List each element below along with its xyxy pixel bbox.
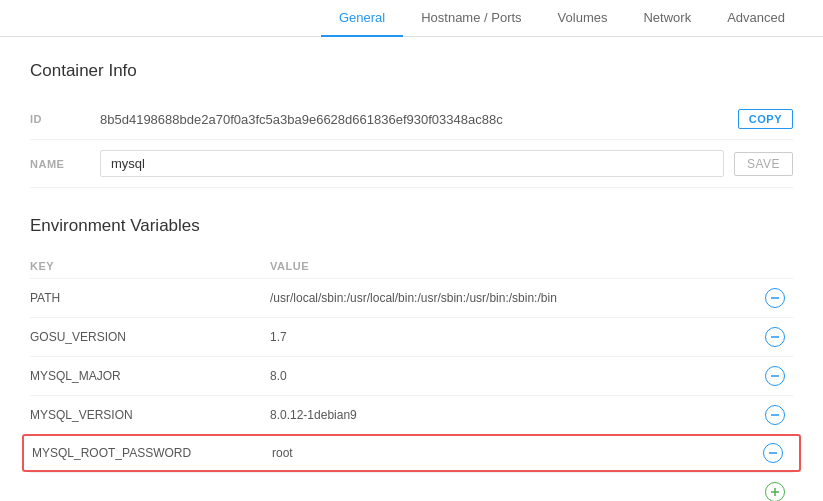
env-action-mysql-root-password — [755, 443, 791, 463]
tab-network[interactable]: Network — [625, 0, 709, 37]
env-key-mysql-version: MYSQL_VERSION — [30, 408, 270, 422]
tab-general[interactable]: General — [321, 0, 403, 37]
remove-mysql-major-button[interactable] — [765, 366, 785, 386]
name-input[interactable] — [100, 150, 724, 177]
env-action-gosu — [757, 327, 793, 347]
tabs-bar: General Hostname / Ports Volumes Network… — [0, 0, 823, 37]
remove-mysql-root-password-button[interactable] — [763, 443, 783, 463]
id-value: 8b5d4198688bde2a70f0a3fc5a3ba9e6628d6618… — [100, 112, 738, 127]
env-action-mysql-major — [757, 366, 793, 386]
add-env-button[interactable] — [765, 482, 785, 501]
env-row-gosu: GOSU_VERSION 1.7 — [30, 317, 793, 356]
env-table: KEY VALUE PATH /usr/local/sbin:/usr/loca… — [30, 254, 793, 501]
env-key-mysql-root-password: MYSQL_ROOT_PASSWORD — [32, 446, 272, 460]
copy-button[interactable]: COPY — [738, 109, 793, 129]
env-row-path: PATH /usr/local/sbin:/usr/local/bin:/usr… — [30, 278, 793, 317]
id-row: ID 8b5d4198688bde2a70f0a3fc5a3ba9e6628d6… — [30, 99, 793, 140]
tab-volumes[interactable]: Volumes — [540, 0, 626, 37]
save-button[interactable]: SAVE — [734, 152, 793, 176]
env-row-mysql-root-password: MYSQL_ROOT_PASSWORD root — [22, 434, 801, 472]
id-label: ID — [30, 113, 100, 125]
env-table-header: KEY VALUE — [30, 254, 793, 278]
env-key-header: KEY — [30, 260, 270, 272]
env-row-mysql-version: MYSQL_VERSION 8.0.12-1debian9 — [30, 395, 793, 434]
env-value-header: VALUE — [270, 260, 793, 272]
env-add-row — [30, 472, 793, 501]
env-title: Environment Variables — [30, 216, 793, 236]
env-key-mysql-major: MYSQL_MAJOR — [30, 369, 270, 383]
remove-mysql-version-button[interactable] — [765, 405, 785, 425]
env-key-path: PATH — [30, 291, 270, 305]
name-row: NAME SAVE — [30, 140, 793, 188]
env-value-mysql-version: 8.0.12-1debian9 — [270, 408, 757, 422]
main-content: Container Info ID 8b5d4198688bde2a70f0a3… — [0, 37, 823, 501]
tab-hostname-ports[interactable]: Hostname / Ports — [403, 0, 539, 37]
env-section: Environment Variables KEY VALUE PATH /us… — [30, 216, 793, 501]
container-info-title: Container Info — [30, 61, 793, 81]
env-action-path — [757, 288, 793, 308]
name-label: NAME — [30, 158, 100, 170]
env-row-mysql-major: MYSQL_MAJOR 8.0 — [30, 356, 793, 395]
tab-advanced[interactable]: Advanced — [709, 0, 803, 37]
env-value-gosu: 1.7 — [270, 330, 757, 344]
env-value-path: /usr/local/sbin:/usr/local/bin:/usr/sbin… — [270, 291, 757, 305]
remove-path-button[interactable] — [765, 288, 785, 308]
env-value-mysql-root-password: root — [272, 446, 755, 460]
remove-gosu-button[interactable] — [765, 327, 785, 347]
env-key-gosu: GOSU_VERSION — [30, 330, 270, 344]
env-action-mysql-version — [757, 405, 793, 425]
env-value-mysql-major: 8.0 — [270, 369, 757, 383]
